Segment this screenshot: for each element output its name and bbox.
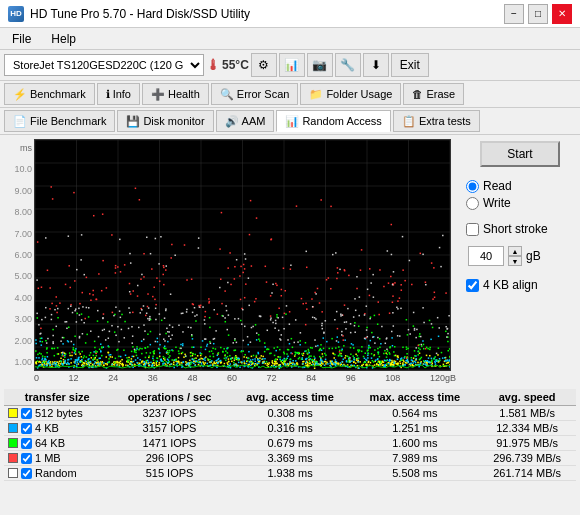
color-swatch-1 bbox=[8, 423, 18, 433]
error-scan-icon: 🔍 bbox=[220, 88, 234, 101]
toolbar-btn-5[interactable]: ⬇ bbox=[363, 53, 389, 77]
tab-extra-tests[interactable]: 📋 Extra tests bbox=[393, 110, 480, 132]
toolbar-btn-1[interactable]: ⚙ bbox=[251, 53, 277, 77]
benchmark-label: Benchmark bbox=[30, 88, 86, 100]
toolbar-icons: ⚙ 📊 📷 🔧 ⬇ bbox=[251, 53, 389, 77]
tab-folder-usage[interactable]: 📁 Folder Usage bbox=[300, 83, 401, 105]
tab-erase[interactable]: 🗑 Erase bbox=[403, 83, 464, 105]
header-transfer-size: transfer size bbox=[4, 389, 110, 406]
toolbar-btn-4[interactable]: 🔧 bbox=[335, 53, 361, 77]
y-tick-9: 1.00 bbox=[4, 357, 34, 367]
data-table: transfer size operations / sec avg. acce… bbox=[4, 389, 576, 481]
color-swatch-0 bbox=[8, 408, 18, 418]
tab-benchmark[interactable]: ⚡ Benchmark bbox=[4, 83, 95, 105]
y-tick-2: 8.00 bbox=[4, 207, 34, 217]
row-checkbox-3[interactable] bbox=[21, 453, 32, 464]
write-radio-label[interactable]: Write bbox=[466, 196, 574, 210]
row-avg-access-0: 0.308 ms bbox=[229, 406, 352, 421]
y-tick-6: 4.00 bbox=[4, 293, 34, 303]
close-button[interactable]: ✕ bbox=[552, 4, 572, 24]
minimize-button[interactable]: − bbox=[504, 4, 524, 24]
short-stroke-label[interactable]: Short stroke bbox=[466, 222, 574, 236]
x-tick-7: 84 bbox=[306, 373, 316, 383]
row-label-0: 512 bytes bbox=[4, 406, 110, 421]
short-stroke-text: Short stroke bbox=[483, 222, 548, 236]
app-icon: HD bbox=[8, 6, 24, 22]
tab-error-scan[interactable]: 🔍 Error Scan bbox=[211, 83, 299, 105]
toolbar-btn-3[interactable]: 📷 bbox=[307, 53, 333, 77]
data-table-container: transfer size operations / sec avg. acce… bbox=[0, 387, 580, 485]
row-checkbox-2[interactable] bbox=[21, 438, 32, 449]
read-radio[interactable] bbox=[466, 180, 479, 193]
y-tick-3: 7.00 bbox=[4, 229, 34, 239]
row-avg-access-3: 3.369 ms bbox=[229, 451, 352, 466]
help-menu[interactable]: Help bbox=[47, 31, 80, 47]
gb-input[interactable] bbox=[468, 246, 504, 266]
table-row: 512 bytes 3237 IOPS 0.308 ms 0.564 ms 1.… bbox=[4, 406, 576, 421]
row-label-4: Random bbox=[4, 466, 110, 481]
file-menu[interactable]: File bbox=[8, 31, 35, 47]
align-text: 4 KB align bbox=[483, 278, 538, 292]
row-ops-1: 3157 IOPS bbox=[110, 421, 228, 436]
tab-bar-1: ⚡ Benchmark ℹ Info ➕ Health 🔍 Error Scan… bbox=[0, 81, 580, 108]
write-radio[interactable] bbox=[466, 197, 479, 210]
tab-aam[interactable]: 🔊 AAM bbox=[216, 110, 275, 132]
row-ops-0: 3237 IOPS bbox=[110, 406, 228, 421]
exit-button[interactable]: Exit bbox=[391, 53, 429, 77]
device-toolbar: StoreJet TS120GESD220C (120 GB) 🌡 55°C ⚙… bbox=[0, 50, 580, 81]
health-label: Health bbox=[168, 88, 200, 100]
row-max-access-2: 1.600 ms bbox=[351, 436, 478, 451]
y-tick-1: 9.00 bbox=[4, 186, 34, 196]
tab-info[interactable]: ℹ Info bbox=[97, 83, 140, 105]
random-access-label: Random Access bbox=[302, 115, 381, 127]
row-avg-access-4: 1.938 ms bbox=[229, 466, 352, 481]
title-controls[interactable]: − □ ✕ bbox=[504, 4, 572, 24]
chart-container: ms 10.0 9.00 8.00 7.00 6.00 5.00 4.00 3.… bbox=[0, 135, 460, 387]
color-swatch-3 bbox=[8, 453, 18, 463]
table-row: Random 515 IOPS 1.938 ms 5.508 ms 261.71… bbox=[4, 466, 576, 481]
toolbar-btn-2[interactable]: 📊 bbox=[279, 53, 305, 77]
gb-input-row: ▲ ▼ gB bbox=[468, 246, 574, 266]
read-radio-label[interactable]: Read bbox=[466, 179, 574, 193]
tab-disk-monitor[interactable]: 💾 Disk monitor bbox=[117, 110, 213, 132]
extra-tests-icon: 📋 bbox=[402, 115, 416, 128]
row-checkbox-4[interactable] bbox=[21, 468, 32, 479]
header-ops: operations / sec bbox=[110, 389, 228, 406]
y-tick-0: 10.0 bbox=[4, 164, 34, 174]
radio-group: Read Write bbox=[466, 179, 574, 210]
start-button[interactable]: Start bbox=[480, 141, 560, 167]
device-select[interactable]: StoreJet TS120GESD220C (120 GB) bbox=[4, 54, 204, 76]
tab-random-access[interactable]: 📊 Random Access bbox=[276, 110, 390, 132]
x-tick-5: 60 bbox=[227, 373, 237, 383]
maximize-button[interactable]: □ bbox=[528, 4, 548, 24]
short-stroke-checkbox[interactable] bbox=[466, 223, 479, 236]
spin-down-button[interactable]: ▼ bbox=[508, 256, 522, 266]
tab-health[interactable]: ➕ Health bbox=[142, 83, 209, 105]
row-avg-speed-3: 296.739 MB/s bbox=[478, 451, 576, 466]
menu-bar: File Help bbox=[0, 28, 580, 50]
aam-label: AAM bbox=[242, 115, 266, 127]
row-checkbox-1[interactable] bbox=[21, 423, 32, 434]
row-name-2: 64 KB bbox=[35, 437, 65, 449]
row-avg-access-2: 0.679 ms bbox=[229, 436, 352, 451]
y-tick-7: 3.00 bbox=[4, 314, 34, 324]
align-label[interactable]: 4 KB align bbox=[466, 278, 574, 292]
row-max-access-4: 5.508 ms bbox=[351, 466, 478, 481]
row-checkbox-0[interactable] bbox=[21, 408, 32, 419]
spin-up-button[interactable]: ▲ bbox=[508, 246, 522, 256]
read-label: Read bbox=[483, 179, 512, 193]
content-area: ms 10.0 9.00 8.00 7.00 6.00 5.00 4.00 3.… bbox=[0, 135, 580, 485]
x-tick-9: 108 bbox=[385, 373, 400, 383]
folder-usage-icon: 📁 bbox=[309, 88, 323, 101]
y-tick-4: 6.00 bbox=[4, 250, 34, 260]
tab-file-benchmark[interactable]: 📄 File Benchmark bbox=[4, 110, 115, 132]
chart-and-right: ms 10.0 9.00 8.00 7.00 6.00 5.00 4.00 3.… bbox=[0, 135, 580, 387]
table-row: 4 KB 3157 IOPS 0.316 ms 1.251 ms 12.334 … bbox=[4, 421, 576, 436]
align-checkbox[interactable] bbox=[466, 279, 479, 292]
temperature-icon: 🌡 bbox=[206, 57, 220, 73]
row-avg-speed-4: 261.714 MB/s bbox=[478, 466, 576, 481]
row-avg-access-1: 0.316 ms bbox=[229, 421, 352, 436]
erase-label: Erase bbox=[426, 88, 455, 100]
window-title: HD Tune Pro 5.70 - Hard Disk/SSD Utility bbox=[30, 7, 250, 21]
disk-monitor-icon: 💾 bbox=[126, 115, 140, 128]
